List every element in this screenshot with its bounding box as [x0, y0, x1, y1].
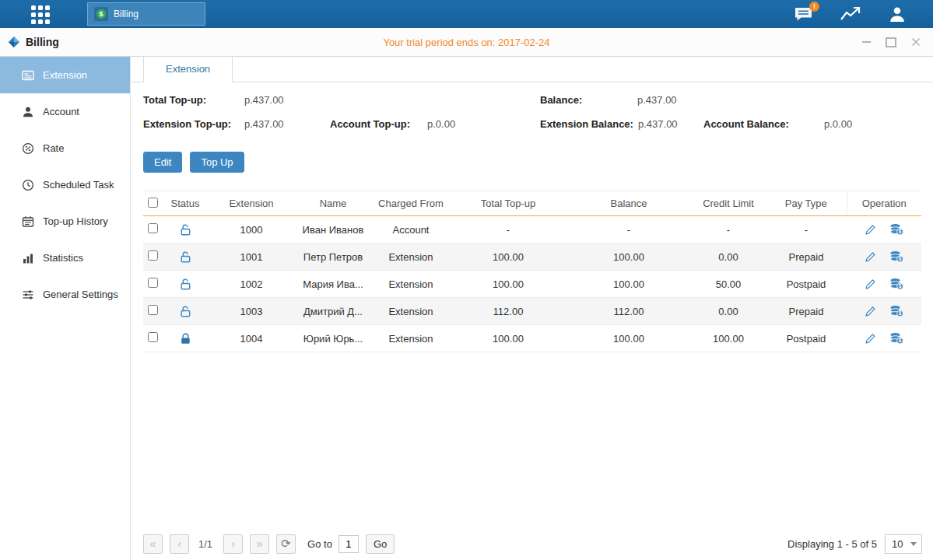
notifications-icon[interactable]: !: [794, 6, 813, 23]
balance-label: Balance:: [540, 94, 582, 106]
row-checkbox[interactable]: [148, 250, 158, 261]
topup-record-icon[interactable]: $: [889, 250, 903, 263]
column-credit-limit: Credit Limit: [691, 191, 766, 216]
column-operation: Operation: [847, 191, 921, 216]
row-checkbox[interactable]: [148, 332, 158, 342]
sidebar-item-general-settings[interactable]: General Settings: [0, 276, 130, 313]
account-balance-label: Account Balance:: [703, 118, 789, 130]
sidebar-item-rate[interactable]: Rate: [0, 130, 130, 166]
status-unlocked-icon: [181, 278, 191, 290]
row-checkbox[interactable]: [148, 278, 158, 288]
checkbox-cell: [143, 216, 162, 243]
edit-extension-icon[interactable]: [865, 306, 876, 317]
extension-cell: 1003: [209, 298, 294, 325]
sidebar-item-account[interactable]: Account: [0, 93, 130, 130]
column-total-topup: Total Top-up: [450, 191, 566, 216]
sidebar-item-label: Statistics: [43, 252, 83, 264]
charged-from-cell: Account: [372, 216, 450, 243]
topup-record-icon[interactable]: $: [889, 305, 903, 317]
status-cell: [162, 325, 209, 352]
sidebar-item-label: Top-up History: [43, 215, 108, 227]
edit-extension-icon[interactable]: [865, 251, 876, 263]
status-cell: [162, 271, 209, 298]
sidebar-item-scheduled-task[interactable]: Scheduled Task: [0, 166, 130, 203]
status-unlocked-icon: [181, 251, 191, 263]
extension-balance-value: p.437.00: [638, 118, 678, 130]
first-page-button[interactable]: «: [143, 534, 163, 554]
sidebar-item-extension[interactable]: Extension: [0, 57, 130, 93]
operation-cell: $: [847, 271, 921, 298]
chevron-down-icon: [910, 542, 917, 546]
go-button[interactable]: Go: [366, 534, 395, 554]
total-topup-cell: 100.00: [450, 243, 566, 271]
status-unlocked-icon: [181, 306, 191, 317]
extension-cell: 1000: [209, 216, 294, 243]
total-topup-cell: 100.00: [450, 325, 566, 352]
account-topup-value: p.0.00: [427, 118, 455, 130]
edit-extension-icon[interactable]: [865, 333, 876, 345]
table-row: 1001 Петр Петров Extension 100.00 100.00…: [143, 243, 921, 271]
name-cell: Петр Петров: [294, 243, 372, 271]
balance-cell: -: [566, 216, 691, 243]
balance-value: p.437.00: [637, 94, 677, 106]
credit-limit-cell: 0.00: [691, 298, 766, 325]
topbar-tab-billing[interactable]: $ Billing: [87, 2, 205, 26]
billing-window: $ Billing ! Billing Your trial period en…: [0, 0, 933, 560]
sidebar-item-statistics[interactable]: Statistics: [0, 240, 130, 276]
extension-balance-label: Extension Balance:: [540, 118, 633, 130]
credit-limit-cell: 100.00: [691, 325, 766, 352]
app-grid-icon[interactable]: [28, 2, 53, 26]
tab-extension[interactable]: Extension: [143, 56, 233, 82]
topup-record-icon[interactable]: $: [889, 332, 903, 345]
last-page-button[interactable]: »: [250, 534, 269, 554]
sliders-icon: [22, 289, 35, 301]
row-checkbox[interactable]: [148, 223, 158, 233]
prev-page-button[interactable]: ‹: [170, 534, 189, 554]
tab-strip: Extension: [131, 57, 933, 82]
name-cell: Мария Ива...: [294, 271, 372, 298]
topbar-tab-label: Billing: [114, 9, 139, 19]
sidebar-item-label: Scheduled Task: [43, 179, 114, 191]
extension-cell: 1002: [209, 271, 294, 298]
account-balance-value: p.0.00: [824, 118, 852, 130]
refresh-icon[interactable]: ⟳: [276, 534, 296, 554]
edit-extension-icon[interactable]: [865, 278, 876, 290]
column-balance: Balance: [566, 191, 691, 216]
table-row: 1003 Дмитрий Д... Extension 112.00 112.0…: [143, 298, 921, 325]
credit-limit-cell: 0.00: [691, 243, 766, 271]
maximize-button[interactable]: [885, 36, 897, 48]
topbar-actions: !: [794, 0, 907, 28]
table-row: 1002 Мария Ива... Extension 100.00 100.0…: [143, 271, 921, 298]
checkbox-cell: [143, 325, 162, 352]
next-page-button[interactable]: ›: [223, 534, 243, 554]
sidebar-item-topup-history[interactable]: Top-up History: [0, 203, 130, 240]
user-account-icon[interactable]: [888, 5, 907, 23]
column-name: Name: [294, 191, 372, 216]
minimize-button[interactable]: [860, 36, 872, 48]
account-icon: [22, 106, 35, 118]
account-topup-label: Account Top-up:: [330, 118, 410, 130]
close-button[interactable]: [910, 36, 922, 48]
total-topup-cell: 100.00: [450, 271, 566, 298]
edit-button[interactable]: Edit: [143, 152, 182, 173]
page-indicator: 1/1: [198, 538, 212, 550]
window-controls: [847, 36, 922, 48]
rate-icon: [22, 142, 35, 155]
name-cell: Дмитрий Д...: [294, 298, 372, 325]
edit-extension-icon[interactable]: [865, 224, 876, 236]
row-checkbox[interactable]: [148, 305, 158, 315]
total-topup-cell: -: [450, 216, 566, 243]
resource-monitor-icon[interactable]: [840, 5, 861, 23]
checkbox-cell: [143, 243, 162, 271]
top-up-button[interactable]: Top Up: [190, 152, 244, 173]
extension-cell: 1001: [209, 243, 294, 271]
topup-record-icon[interactable]: $: [889, 278, 903, 290]
select-all-checkbox[interactable]: [148, 198, 158, 208]
goto-page-input[interactable]: [338, 535, 359, 553]
svg-text:$: $: [899, 338, 902, 345]
topup-record-icon[interactable]: $: [889, 223, 903, 236]
pay-type-cell: Postpaid: [766, 325, 847, 352]
total-topup-cell: 112.00: [450, 298, 566, 325]
pay-type-cell: Postpaid: [766, 271, 847, 298]
page-size-select[interactable]: 10: [885, 534, 922, 554]
